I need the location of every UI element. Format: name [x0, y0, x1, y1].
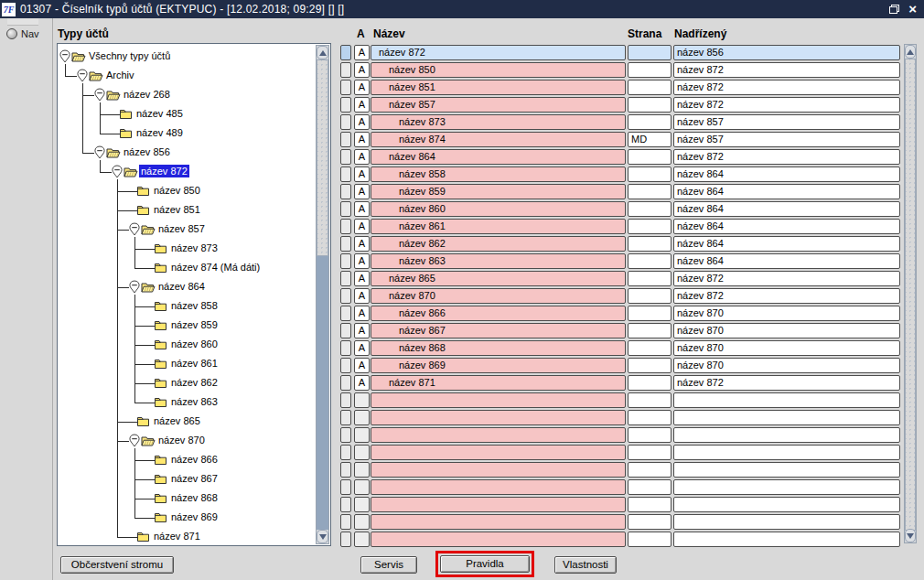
strana-cell[interactable] [628, 427, 672, 443]
nadrizeny-cell[interactable]: název 870 [673, 358, 900, 373]
nadrizeny-cell[interactable]: název 872 [673, 288, 900, 304]
a-cell[interactable]: A [354, 114, 370, 130]
a-cell[interactable]: A [354, 97, 370, 113]
nazev-cell[interactable]: název 859 [371, 184, 626, 199]
record-indicator-cell[interactable] [340, 445, 351, 460]
tree-node[interactable]: název 851 [152, 203, 202, 216]
tree-scroll-up-button[interactable] [317, 46, 328, 59]
a-cell[interactable]: A [354, 184, 370, 199]
strana-cell[interactable] [628, 184, 672, 199]
nazev-cell[interactable]: název 867 [371, 323, 626, 338]
record-indicator-cell[interactable] [340, 184, 351, 199]
tree-node[interactable]: název 864 [156, 280, 207, 293]
tree-node[interactable]: název 873 [169, 242, 220, 254]
a-cell[interactable]: A [354, 62, 370, 78]
nadrizeny-cell[interactable]: název 864 [673, 201, 900, 217]
nadrizeny-cell[interactable]: název 872 [673, 271, 900, 286]
tree-node[interactable]: Archiv [104, 69, 136, 81]
servis-button[interactable]: Servis [360, 556, 417, 574]
nadrizeny-cell[interactable] [673, 427, 900, 443]
nazev-cell[interactable]: název 868 [371, 340, 626, 356]
tree-node[interactable]: název 868 [169, 491, 220, 504]
record-indicator-cell[interactable] [340, 62, 351, 78]
nazev-cell[interactable] [371, 427, 626, 443]
refresh-tree-button[interactable]: Občerstvení stromu [60, 556, 174, 574]
strana-cell[interactable] [628, 497, 672, 512]
tree-node[interactable]: název 866 [169, 453, 220, 466]
tree-node[interactable]: název 862 [169, 376, 220, 389]
strana-cell[interactable] [628, 392, 672, 408]
strana-cell[interactable] [628, 410, 672, 425]
tree-node[interactable]: název 871 [152, 530, 202, 542]
nadrizeny-cell[interactable]: název 864 [673, 166, 900, 182]
a-cell[interactable] [354, 462, 370, 478]
strana-cell[interactable] [628, 323, 672, 338]
strana-cell[interactable] [628, 271, 672, 286]
tree-node[interactable]: název 489 [134, 126, 185, 139]
a-cell[interactable]: A [354, 358, 370, 373]
nazev-cell[interactable]: název 874 [371, 132, 626, 147]
record-indicator-cell[interactable] [340, 132, 351, 147]
nazev-cell[interactable]: název 857 [371, 97, 626, 113]
record-indicator-cell[interactable] [340, 410, 351, 425]
nadrizeny-cell[interactable] [673, 410, 900, 425]
record-indicator-cell[interactable] [340, 340, 351, 356]
record-indicator-cell[interactable] [340, 479, 351, 495]
record-indicator-cell[interactable] [340, 462, 351, 478]
record-indicator-cell[interactable] [340, 427, 351, 443]
nadrizeny-cell[interactable]: název 857 [673, 132, 900, 147]
a-cell[interactable]: A [354, 340, 370, 356]
record-indicator-cell[interactable] [340, 375, 351, 391]
nadrizeny-cell[interactable]: název 864 [673, 219, 900, 234]
nazev-cell[interactable]: název 861 [371, 219, 626, 234]
a-cell[interactable]: A [354, 166, 370, 182]
strana-cell[interactable] [628, 462, 672, 478]
tree-node[interactable]: název 856 [122, 145, 172, 158]
tree-node[interactable]: název 850 [152, 184, 202, 197]
record-indicator-cell[interactable] [340, 288, 351, 304]
a-cell[interactable]: A [354, 253, 370, 269]
strana-cell[interactable] [628, 445, 672, 460]
nazev-cell[interactable] [371, 479, 626, 495]
strana-cell[interactable] [628, 236, 672, 252]
record-indicator-cell[interactable] [340, 166, 351, 182]
a-cell[interactable] [354, 497, 370, 512]
strana-cell[interactable] [628, 166, 672, 182]
table-scrollbar-thumb[interactable] [905, 59, 916, 531]
nadrizeny-cell[interactable]: název 870 [673, 306, 900, 321]
a-cell[interactable]: A [354, 132, 370, 147]
record-indicator-cell[interactable] [340, 236, 351, 252]
nadrizeny-cell[interactable] [673, 392, 900, 408]
record-indicator-cell[interactable] [340, 271, 351, 286]
nadrizeny-cell[interactable] [673, 532, 900, 547]
table-scrollbar[interactable] [904, 44, 917, 543]
record-indicator-cell[interactable] [340, 149, 351, 165]
a-cell[interactable]: A [354, 149, 370, 165]
tree-node[interactable]: název 858 [169, 299, 220, 312]
tree-expand-handle[interactable] [129, 222, 140, 236]
nazev-cell[interactable] [371, 445, 626, 460]
a-cell[interactable] [354, 445, 370, 460]
a-cell[interactable]: A [354, 288, 370, 304]
a-cell[interactable]: A [354, 306, 370, 321]
nadrizeny-cell[interactable]: název 872 [673, 62, 900, 78]
record-indicator-cell[interactable] [340, 97, 351, 113]
nadrizeny-cell[interactable] [673, 497, 900, 512]
nazev-cell[interactable]: název 863 [371, 253, 626, 269]
nazev-cell[interactable] [371, 410, 626, 425]
a-cell[interactable] [354, 514, 370, 530]
strana-cell[interactable] [628, 514, 672, 530]
strana-cell[interactable] [628, 288, 672, 304]
nadrizeny-cell[interactable] [673, 514, 900, 530]
strana-cell[interactable] [628, 219, 672, 234]
tree-node[interactable]: název 865 [152, 414, 202, 427]
strana-cell[interactable] [628, 45, 672, 60]
strana-cell[interactable] [628, 201, 672, 217]
nazev-cell[interactable]: název 850 [371, 62, 626, 78]
tree-node[interactable]: název 859 [169, 318, 220, 331]
nazev-cell[interactable]: název 869 [371, 358, 626, 373]
nadrizeny-cell[interactable]: název 872 [673, 375, 900, 391]
nazev-cell[interactable] [371, 462, 626, 478]
a-cell[interactable] [354, 532, 370, 547]
strana-cell[interactable] [628, 306, 672, 321]
